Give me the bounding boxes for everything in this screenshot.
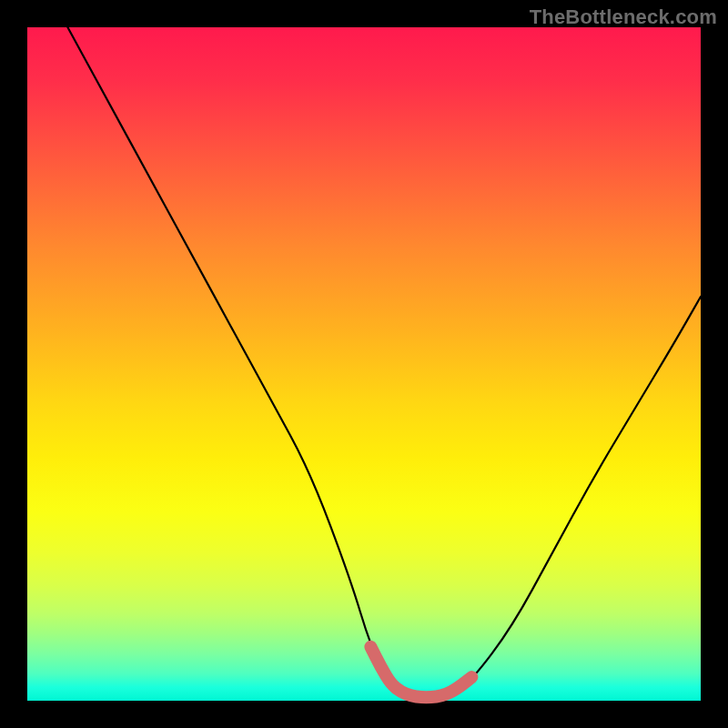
watermark-text: TheBottleneck.com — [530, 5, 717, 29]
marker-layer — [370, 647, 471, 698]
optimal-range-marker — [370, 647, 471, 698]
chart-frame: TheBottleneck.com — [0, 0, 728, 728]
chart-svg — [27, 27, 701, 701]
plot-area — [27, 27, 701, 701]
curve-layer — [67, 27, 701, 697]
bottleneck-curve — [67, 27, 701, 697]
